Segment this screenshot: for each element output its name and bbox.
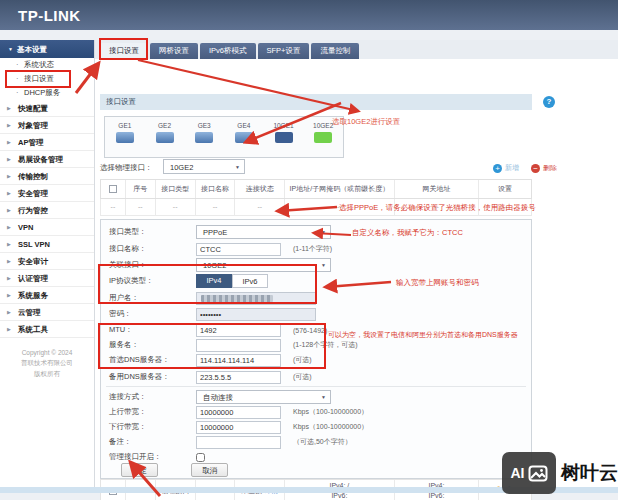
column-header: 连接状态 [235, 180, 285, 198]
caret-right-icon: ▶ [7, 151, 11, 168]
tab-interface-settings[interactable]: 接口设置 [100, 43, 148, 59]
caret-right-icon: ▶ [7, 236, 11, 253]
tab-ipv6-bridge-mode[interactable]: IPv6桥模式 [200, 43, 256, 59]
column-header: 接口类型 [156, 180, 196, 198]
port-status-panel: GE1 GE2 GE3 GE4 10GE1 10GE2 [104, 116, 344, 158]
help-icon[interactable]: ? [543, 96, 555, 108]
ethernet-port-icon [235, 132, 253, 143]
sidebar-item-cloud-mgmt[interactable]: ▶云管理 [0, 304, 94, 321]
app-header: TP-LINK [0, 0, 618, 30]
sidebar-item-quick-config[interactable]: ▶快速配置 [0, 100, 94, 117]
physical-interface-select[interactable]: 10GE2▼ [163, 159, 245, 174]
secondary-dns-field[interactable] [196, 371, 281, 384]
add-icon: + [493, 164, 502, 173]
downstream-bandwidth-field[interactable] [196, 421, 281, 434]
form-row-dns-secondary: 备用DNS服务器： (可选) [109, 370, 529, 384]
sidebar-item-security-mgmt[interactable]: ▶安全管理 [0, 185, 94, 202]
mgmt-port-checkbox[interactable] [196, 453, 205, 462]
bullet-icon: · [16, 86, 19, 100]
caret-right-icon: ▶ [7, 202, 11, 219]
router-admin-page: TP-LINK ▼基本设置 ·系统状态 ·接口设置 ·DHCP服务 ▶快速配置 … [0, 0, 618, 500]
caret-right-icon: ▶ [7, 100, 11, 117]
form-row-password: 密码： [109, 307, 529, 321]
annotation-dns-note: 可以为空，我设置了电信和阿里分别为首选和备用DNS服务器 [328, 330, 518, 340]
port-ge2[interactable]: GE2 [145, 117, 185, 157]
select-all-checkbox[interactable] [109, 185, 117, 193]
table-toolbar: +新增 −删除 [493, 163, 557, 173]
caret-right-icon: ▶ [7, 168, 11, 185]
sidebar-item-dhcp-service[interactable]: ·DHCP服务 [0, 86, 94, 100]
delete-entry-button[interactable]: −删除 [531, 163, 557, 173]
caret-right-icon: ▶ [7, 321, 11, 338]
sidebar-item-basic-settings[interactable]: ▼基本设置 [0, 40, 94, 58]
remark-field[interactable] [196, 436, 281, 449]
port-10ge1[interactable]: 10GE1 [264, 117, 304, 157]
upstream-bandwidth-field[interactable] [196, 406, 281, 419]
bound-interface-select[interactable]: 10GE2▼ [196, 258, 331, 272]
divider [106, 386, 526, 387]
sidebar-item-security-audit[interactable]: ▶安全审计 [0, 253, 94, 270]
add-entry-button[interactable]: +新增 [493, 163, 519, 173]
sidebar-item-behavior-control[interactable]: ▶行为管控 [0, 202, 94, 219]
sidebar-item-system-status[interactable]: ·系统状态 [0, 58, 94, 72]
watermark-brand: 树叶云 [561, 460, 618, 486]
interface-name-field[interactable] [196, 243, 281, 256]
main-content: 接口设置 网桥设置 IPv6桥模式 SFP+设置 流量控制 接口设置 ? GE1… [95, 40, 618, 487]
port-ge4[interactable]: GE4 [224, 117, 264, 157]
interface-type-select[interactable]: PPPoE▼ [196, 225, 331, 239]
bullet-icon: · [16, 58, 19, 72]
picture-icon [528, 465, 548, 482]
mtu-field[interactable] [196, 324, 281, 337]
redacted-blur [201, 295, 273, 302]
password-field[interactable] [196, 308, 316, 321]
annotation-name-note: 自定义名称，我赋予它为：CTCC [352, 228, 463, 238]
watermark: AI 树叶云 [502, 452, 618, 494]
column-header: 序号 [126, 180, 156, 198]
physical-interface-label: 选择物理接口： [100, 163, 153, 173]
column-header: 网关地址 [395, 180, 480, 198]
sidebar-item-system-tools[interactable]: ▶系统工具 [0, 321, 94, 338]
chevron-down-icon: ▼ [321, 259, 326, 272]
form-row-dns-primary: 首选DNS服务器： (可选) [109, 353, 529, 367]
ipv6-toggle[interactable]: IPv6 [232, 274, 268, 288]
primary-dns-field[interactable] [196, 354, 281, 367]
form-row-downstream: 下行带宽： Kbps（100-10000000） [109, 420, 529, 434]
caret-right-icon: ▶ [7, 253, 11, 270]
tab-sfp-settings[interactable]: SFP+设置 [258, 43, 310, 59]
connection-mode-select[interactable]: 自动连接▼ [196, 390, 331, 404]
form-row-remark: 备注： （可选,50个字符） [109, 435, 529, 449]
chevron-down-icon: ▼ [321, 391, 326, 404]
username-field-redacted[interactable] [196, 292, 316, 305]
form-row-mgmt-port: 管理接口开启： [109, 450, 529, 464]
tplink-logo: TP-LINK [18, 7, 81, 24]
tab-traffic-control[interactable]: 流量控制 [311, 43, 359, 59]
sidebar-item-system-services[interactable]: ▶系统服务 [0, 287, 94, 304]
ok-button[interactable]: 确定 [121, 463, 158, 477]
sidebar-item-auth-mgmt[interactable]: ▶认证管理 [0, 270, 94, 287]
form-row-upstream: 上行带宽： Kbps（100-10000000） [109, 405, 529, 419]
port-ge1[interactable]: GE1 [105, 117, 145, 157]
sidebar-item-mesh-device-mgmt[interactable]: ▶易展设备管理 [0, 151, 94, 168]
sidebar-item-interface-settings[interactable]: ·接口设置 [0, 72, 94, 86]
sidebar-item-ap-mgmt[interactable]: ▶AP管理 [0, 134, 94, 151]
sidebar-item-object-mgmt[interactable]: ▶对象管理 [0, 117, 94, 134]
sidebar-item-vpn[interactable]: ▶VPN [0, 219, 94, 236]
caret-right-icon: ▶ [7, 134, 11, 151]
caret-down-icon: ▼ [8, 46, 13, 52]
ipv4-toggle[interactable]: IPv4 [196, 274, 232, 288]
table-header: 序号 接口类型 接口名称 连接状态 IP地址/子网掩码（或前缀长度） 网关地址 … [100, 179, 532, 199]
section-title: 接口设置 [100, 94, 532, 110]
port-ge3[interactable]: GE3 [184, 117, 224, 157]
annotation-pppoe-note: 选择PPPoE，请务必确保设置了光猫桥接，使用路由器拨号 [339, 203, 536, 213]
service-name-field[interactable] [196, 339, 281, 352]
cancel-button[interactable]: 取消 [191, 463, 228, 477]
sidebar-item-transmission-control[interactable]: ▶传输控制 [0, 168, 94, 185]
sfp-port-icon [275, 132, 293, 143]
table-header-checkbox-cell [101, 180, 126, 198]
form-row-username: 用户名： [109, 291, 529, 305]
chevron-down-icon: ▼ [321, 226, 326, 239]
tab-bridge-settings[interactable]: 网桥设置 [150, 43, 198, 59]
caret-right-icon: ▶ [7, 304, 11, 321]
copyright-text: Copyright © 2024 普联技术有限公司 版权所有 [0, 348, 94, 379]
sidebar-item-ssl-vpn[interactable]: ▶SSL VPN [0, 236, 94, 253]
